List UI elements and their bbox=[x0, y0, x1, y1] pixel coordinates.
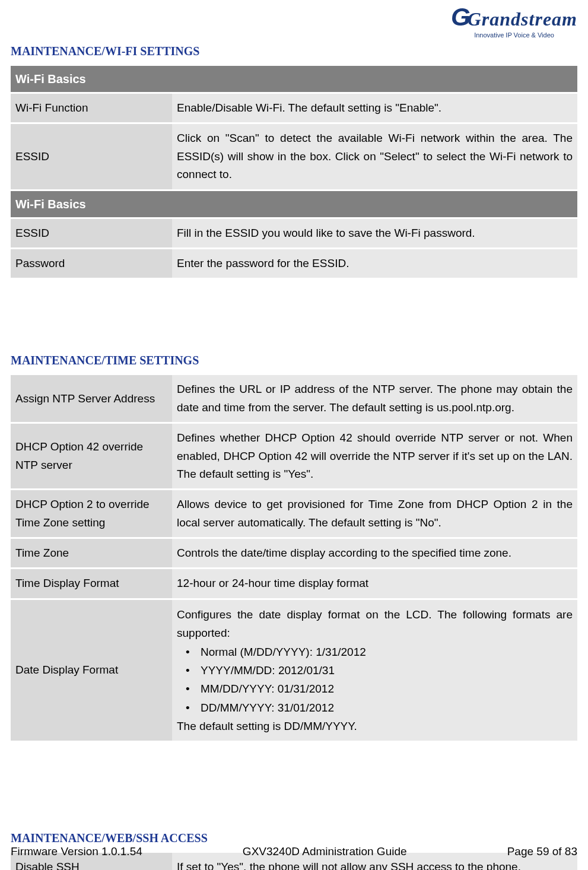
footer-document-title: GXV3240D Administration Guide bbox=[243, 845, 407, 858]
footer-firmware-version: Firmware Version 1.0.1.54 bbox=[11, 845, 142, 858]
table-row: Wi-Fi Function Enable/Disable Wi-Fi. The… bbox=[11, 94, 577, 122]
footer-page-number: Page 59 of 83 bbox=[507, 845, 577, 858]
date-format-intro: Configures the date display format on th… bbox=[177, 605, 573, 643]
wifi-basics-header-1: Wi-Fi Basics bbox=[11, 66, 577, 92]
setting-description: Controls the date/time display according… bbox=[172, 539, 577, 567]
table-header-row: Wi-Fi Basics bbox=[11, 66, 577, 92]
table-row: Password Enter the password for the ESSI… bbox=[11, 249, 577, 278]
wifi-basics-header-2: Wi-Fi Basics bbox=[11, 191, 577, 217]
table-row: Date Display Format Configures the date … bbox=[11, 600, 577, 741]
setting-description: Allows device to get provisioned for Tim… bbox=[172, 490, 577, 537]
table-row: Time Zone Controls the date/time display… bbox=[11, 539, 577, 567]
wifi-settings-heading: MAINTENANCE/WI-FI SETTINGS bbox=[11, 45, 577, 58]
setting-label: Password bbox=[11, 249, 172, 278]
setting-description: Enable/Disable Wi-Fi. The default settin… bbox=[172, 94, 577, 122]
logo-brand-text: Grandstream bbox=[468, 8, 577, 30]
page-footer: Firmware Version 1.0.1.54 GXV3240D Admin… bbox=[11, 845, 577, 858]
setting-label: Assign NTP Server Address bbox=[11, 375, 172, 422]
table-row: Assign NTP Server Address Defines the UR… bbox=[11, 375, 577, 422]
setting-label: Time Display Format bbox=[11, 569, 172, 598]
setting-description: Configures the date display format on th… bbox=[172, 600, 577, 741]
setting-label: Date Display Format bbox=[11, 600, 172, 741]
table-row: Time Display Format 12-hour or 24-hour t… bbox=[11, 569, 577, 598]
setting-description: 12-hour or 24-hour time display format bbox=[172, 569, 577, 598]
table-row: ESSID Click on "Scan" to detect the avai… bbox=[11, 124, 577, 189]
time-settings-heading: MAINTENANCE/TIME SETTINGS bbox=[11, 354, 577, 367]
setting-label: DHCP Option 42 override NTP server bbox=[11, 424, 172, 488]
logo-g-icon: G bbox=[451, 3, 471, 31]
setting-label: DHCP Option 2 to override Time Zone sett… bbox=[11, 490, 172, 537]
list-item: YYYY/MM/DD: 2012/01/31 bbox=[183, 661, 573, 680]
setting-description: Defines the URL or IP address of the NTP… bbox=[172, 375, 577, 422]
setting-description: Fill in the ESSID you would like to save… bbox=[172, 219, 577, 247]
list-item: DD/MM/YYYY: 31/01/2012 bbox=[183, 698, 573, 717]
setting-description: Enter the password for the ESSID. bbox=[172, 249, 577, 278]
list-item: MM/DD/YYYY: 01/31/2012 bbox=[183, 680, 573, 698]
webssh-access-heading: MAINTENANCE/WEB/SSH ACCESS bbox=[11, 831, 577, 845]
table-row: DHCP Option 42 override NTP server Defin… bbox=[11, 424, 577, 488]
date-format-list: Normal (M/DD/YYYY): 1/31/2012 YYYY/MM/DD… bbox=[177, 643, 573, 717]
setting-label: Wi-Fi Function bbox=[11, 94, 172, 122]
setting-label: ESSID bbox=[11, 124, 172, 189]
setting-description: Defines whether DHCP Option 42 should ov… bbox=[172, 424, 577, 488]
setting-label: Time Zone bbox=[11, 539, 172, 567]
brand-logo: GGrandstream Innovative IP Voice & Video bbox=[451, 3, 577, 39]
time-settings-table: Assign NTP Server Address Defines the UR… bbox=[11, 373, 577, 742]
setting-description: Click on "Scan" to detect the available … bbox=[172, 124, 577, 189]
wifi-settings-table: Wi-Fi Basics Wi-Fi Function Enable/Disab… bbox=[11, 64, 577, 280]
table-row: DHCP Option 2 to override Time Zone sett… bbox=[11, 490, 577, 537]
date-format-outro: The default setting is DD/MM/YYYY. bbox=[177, 717, 573, 735]
list-item: Normal (M/DD/YYYY): 1/31/2012 bbox=[183, 643, 573, 661]
logo-tagline: Innovative IP Voice & Video bbox=[451, 31, 577, 39]
setting-label: ESSID bbox=[11, 219, 172, 247]
table-row: ESSID Fill in the ESSID you would like t… bbox=[11, 219, 577, 247]
table-header-row: Wi-Fi Basics bbox=[11, 191, 577, 217]
